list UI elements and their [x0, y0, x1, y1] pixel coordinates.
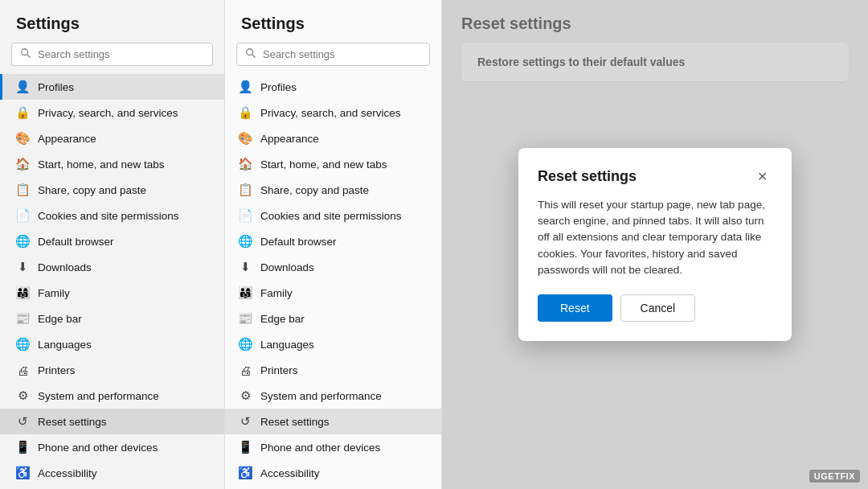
cookies-icon: 📄 — [15, 208, 30, 223]
sidebar-item-accessibility[interactable]: ♿ Accessibility — [0, 460, 224, 486]
languages-icon: 🌐 — [238, 337, 252, 351]
middle-item-default-browser[interactable]: 🌐 Default browser — [225, 228, 441, 254]
middle-item-label: Accessibility — [260, 467, 320, 479]
family-icon: 👨‍👩‍👧 — [238, 286, 252, 300]
printers-icon: 🖨 — [15, 363, 30, 377]
sidebar-item-downloads[interactable]: ⬇ Downloads — [0, 254, 224, 280]
sidebar-item-about[interactable]: ℹ About Microsoft Edge — [0, 486, 224, 489]
sidebar-item-cookies[interactable]: 📄 Cookies and site permissions — [0, 203, 224, 228]
middle-item-profiles[interactable]: 👤 Profiles — [225, 74, 441, 100]
sidebar-item-label: Downloads — [38, 261, 92, 273]
middle-item-appearance[interactable]: 🎨 Appearance — [225, 125, 441, 151]
svg-line-1 — [27, 55, 31, 58]
sidebar-item-label: Phone and other devices — [38, 442, 158, 454]
middle-item-downloads[interactable]: ⬇ Downloads — [225, 254, 441, 280]
start-home-icon: 🏠 — [15, 157, 30, 171]
family-icon: 👨‍👩‍👧 — [15, 286, 30, 300]
sidebar-item-label: Start, home, and new tabs — [38, 158, 165, 171]
sidebar-item-profiles[interactable]: 👤 Profiles — [0, 74, 224, 100]
sidebar-item-family[interactable]: 👨‍👩‍👧 Family — [0, 280, 224, 306]
sidebar-item-default-browser[interactable]: 🌐 Default browser — [0, 228, 224, 254]
middle-item-reset[interactable]: ↺ Reset settings — [225, 409, 441, 434]
sidebar-search-input[interactable] — [38, 48, 204, 60]
share-icon: 📋 — [15, 183, 30, 197]
middle-item-label: Share, copy and paste — [260, 184, 369, 196]
middle-item-about[interactable]: ℹ About Microsoft Edge — [225, 486, 441, 489]
phone-icon: 📱 — [15, 440, 30, 454]
system-icon: ⚙ — [238, 388, 252, 403]
edge-bar-icon: 📰 — [238, 311, 252, 326]
sidebar-item-phone[interactable]: 📱 Phone and other devices — [0, 434, 224, 460]
sidebar-item-privacy[interactable]: 🔒 Privacy, search, and services — [0, 100, 224, 125]
middle-search-box[interactable] — [236, 43, 430, 66]
sidebar-item-start-home[interactable]: 🏠 Start, home, and new tabs — [0, 151, 224, 177]
sidebar-item-printers[interactable]: 🖨 Printers — [0, 357, 224, 383]
phone-icon: 📱 — [238, 440, 252, 454]
dialog-body: This will reset your startup page, new t… — [538, 197, 772, 278]
profiles-icon: 👤 — [15, 80, 30, 94]
sidebar-item-label: Default browser — [38, 236, 114, 248]
right-panel: Reset settings Restore settings to their… — [442, 0, 868, 489]
sidebar-item-label: Profiles — [38, 81, 74, 93]
middle-item-label: Cookies and site permissions — [260, 210, 402, 222]
middle-item-printers[interactable]: 🖨 Printers — [225, 357, 441, 383]
middle-search-input[interactable] — [263, 48, 421, 60]
middle-item-label: System and performance — [260, 390, 382, 402]
middle-item-family[interactable]: 👨‍👩‍👧 Family — [225, 280, 441, 306]
watermark: UGETFIX — [809, 470, 860, 483]
reset-settings-dialog: Reset settings ✕ This will reset your st… — [518, 148, 792, 341]
accessibility-icon: ♿ — [238, 466, 252, 480]
sidebar-item-languages[interactable]: 🌐 Languages — [0, 331, 224, 357]
sidebar-item-system[interactable]: ⚙ System and performance — [0, 383, 224, 409]
reset-confirm-button[interactable]: Reset — [538, 294, 612, 322]
privacy-icon: 🔒 — [15, 105, 30, 120]
sidebar-item-label: Privacy, search, and services — [38, 107, 178, 119]
search-icon — [245, 47, 256, 61]
middle-item-languages[interactable]: 🌐 Languages — [225, 331, 441, 357]
sidebar-item-edge-bar[interactable]: 📰 Edge bar — [0, 306, 224, 331]
modal-overlay: Reset settings ✕ This will reset your st… — [442, 0, 868, 489]
accessibility-icon: ♿ — [15, 466, 30, 480]
sidebar-item-label: Languages — [38, 339, 92, 351]
middle-item-phone[interactable]: 📱 Phone and other devices — [225, 434, 441, 460]
default-browser-icon: 🌐 — [15, 234, 30, 249]
middle-item-accessibility[interactable]: ♿ Accessibility — [225, 460, 441, 486]
privacy-icon: 🔒 — [238, 105, 252, 120]
middle-item-label: Profiles — [260, 81, 297, 93]
sidebar-item-label: Appearance — [38, 133, 96, 145]
middle-item-cookies[interactable]: 📄 Cookies and site permissions — [225, 203, 441, 228]
dialog-actions: Reset Cancel — [538, 294, 772, 322]
middle-item-edge-bar[interactable]: 📰 Edge bar — [225, 306, 441, 331]
profiles-icon: 👤 — [238, 80, 252, 94]
downloads-icon: ⬇ — [238, 260, 252, 274]
languages-icon: 🌐 — [15, 337, 30, 351]
downloads-icon: ⬇ — [15, 260, 30, 274]
search-icon — [20, 47, 31, 61]
middle-item-label: Reset settings — [260, 416, 330, 428]
sidebar-item-appearance[interactable]: 🎨 Appearance — [0, 125, 224, 151]
sidebar-item-reset[interactable]: ↺ Reset settings — [0, 409, 224, 434]
edge-bar-icon: 📰 — [15, 311, 30, 326]
middle-item-label: Phone and other devices — [260, 442, 380, 454]
dialog-close-button[interactable]: ✕ — [752, 167, 772, 186]
sidebar-item-label: Reset settings — [38, 416, 107, 428]
middle-item-label: Appearance — [260, 133, 319, 145]
middle-item-start-home[interactable]: 🏠 Start, home, and new tabs — [225, 151, 441, 177]
appearance-icon: 🎨 — [15, 131, 30, 146]
middle-panel-title: Settings — [225, 0, 441, 43]
system-icon: ⚙ — [15, 388, 30, 403]
cookies-icon: 📄 — [238, 208, 252, 223]
cancel-button[interactable]: Cancel — [620, 294, 696, 322]
middle-item-label: Default browser — [260, 236, 337, 248]
sidebar-item-share[interactable]: 📋 Share, copy and paste — [0, 177, 224, 203]
sidebar-item-label: Edge bar — [38, 313, 82, 325]
middle-item-label: Start, home, and new tabs — [260, 158, 387, 171]
appearance-icon: 🎨 — [238, 131, 252, 146]
middle-item-share[interactable]: 📋 Share, copy and paste — [225, 177, 441, 203]
sidebar-item-label: System and performance — [38, 390, 159, 402]
sidebar-search-box[interactable] — [11, 43, 213, 66]
middle-item-label: Languages — [260, 339, 314, 351]
middle-item-system[interactable]: ⚙ System and performance — [225, 383, 441, 409]
sidebar-item-label: Cookies and site permissions — [38, 210, 179, 222]
middle-item-privacy[interactable]: 🔒 Privacy, search, and services — [225, 100, 441, 125]
